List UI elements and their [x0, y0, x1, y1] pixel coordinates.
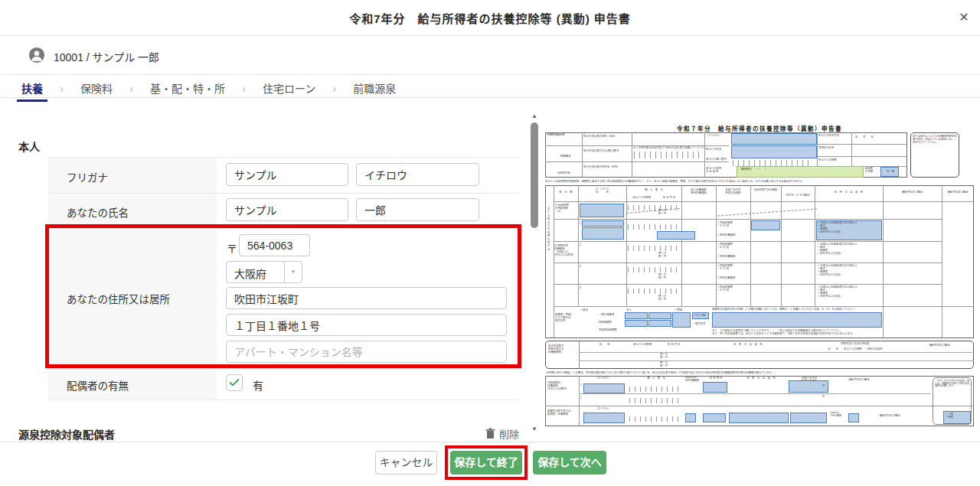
caret-down-icon[interactable]: ▼ [284, 262, 302, 282]
name-sei-input[interactable] [226, 198, 348, 221]
tax-form-modal: 令和7年分 給与所得者の扶養控除等 (異動) 申告書 ✕ 10001 / サンプ… [0, 0, 980, 486]
preview-c-cell [648, 320, 671, 327]
preview-scrollbar[interactable] [531, 122, 538, 228]
prefecture-value: 大阪府 [234, 266, 266, 281]
user-avatar-icon [28, 47, 45, 64]
preview-furigana-field [731, 133, 817, 145]
preview-name-field [731, 145, 817, 158]
tab-hokenryo[interactable]: 保険料 [80, 80, 113, 102]
delete-label: 削除 [499, 426, 519, 441]
employee-id-name: 10001 / サンプル 一郎 [54, 49, 159, 64]
divider [0, 97, 980, 98]
address-building-input[interactable] [226, 341, 507, 363]
preview-c-cell [625, 312, 648, 319]
preview-dependent1-birth-field [657, 231, 695, 240]
save-next-button[interactable]: 保存して次へ [533, 451, 606, 475]
step-tabs: 扶養 › 保険料 › 基・配・特・所 › 住宅ローン › 前職源泉 [21, 80, 396, 102]
spouse-value-label: 有 [253, 377, 263, 393]
delete-spouse-button[interactable]: 削除 [485, 426, 519, 441]
check-icon [228, 377, 240, 389]
tab-jutaku-loan[interactable]: 住宅ローン [263, 80, 315, 102]
trash-icon [485, 428, 495, 439]
scroll-down-icon[interactable]: ▼ [531, 426, 537, 432]
form-preview-document: 令和７年分 給与所得者の扶養控除等（異動）申告書 所轄税務署長等 税務署長 市区… [545, 123, 974, 427]
preview-dependent1-nonresident-field [751, 220, 780, 230]
spouse-label: 配偶者の有無 [67, 377, 129, 393]
tab-zenshoku-gensen[interactable]: 前職源泉 [353, 80, 396, 102]
preview-c-cell [648, 312, 671, 319]
close-icon[interactable]: ✕ [954, 8, 974, 28]
name-label: あなたの氏名 [67, 204, 129, 220]
preview-form-title: 令和７年分 給与所得者の扶養控除等（異動）申告書 [545, 124, 974, 132]
preview-u16-name-field [583, 383, 625, 393]
postal-mark: 〒 [227, 240, 237, 256]
divider [0, 35, 980, 36]
furigana-label: フリガナ [67, 169, 108, 184]
preview-taishoku-cell [685, 413, 696, 422]
preview-u16-birth-field [703, 382, 727, 393]
preview-dependent1-kana-field [582, 220, 624, 227]
preview-spouse-field: 有・無 [880, 167, 899, 177]
furigana-mei-input[interactable] [356, 163, 479, 186]
furigana-sei-input[interactable] [226, 163, 348, 186]
address-city-input[interactable] [226, 287, 507, 309]
label-column-background [48, 158, 217, 400]
preview-taishoku-address-field [729, 413, 789, 423]
scroll-up-icon[interactable]: ▲ [531, 113, 537, 119]
tab-fuyou[interactable]: 扶養 [21, 80, 43, 102]
address-label: あなたの住所又は居所 [67, 291, 170, 306]
save-exit-button[interactable]: 保存して終了 [450, 451, 522, 475]
spouse-checkbox[interactable] [226, 374, 243, 391]
cancel-button[interactable]: キャンセル [375, 451, 437, 475]
postal-code-input[interactable] [239, 234, 310, 256]
preview-spouse-name-field [580, 204, 624, 217]
prefecture-select[interactable]: 大阪府 ▼ [226, 261, 302, 283]
section-title-honnin: 本人 [18, 139, 40, 154]
preview-taishoku-cell [848, 413, 859, 422]
divider [0, 74, 980, 75]
section-title-gensen-haigusha: 源泉控除対象配偶者 [18, 426, 115, 442]
preview-taishoku-birth-field [703, 413, 726, 422]
preview-c-cell [625, 320, 648, 327]
preview-c-cell [672, 312, 691, 328]
preview-dependent1-name-field [582, 227, 624, 240]
preview-taishoku-income-field [790, 413, 827, 423]
preview-taishoku-name-field [583, 413, 625, 423]
divider [0, 442, 980, 442]
tab-ki-hai-toku-sho[interactable]: 基・配・特・所 [150, 80, 225, 102]
address-street-input[interactable] [226, 314, 507, 336]
modal-title: 令和7年分 給与所得者の扶養控除等 (異動) 申告書 [0, 10, 980, 26]
preview-c-naiyo-field [712, 312, 882, 328]
name-mei-input[interactable] [356, 198, 479, 221]
